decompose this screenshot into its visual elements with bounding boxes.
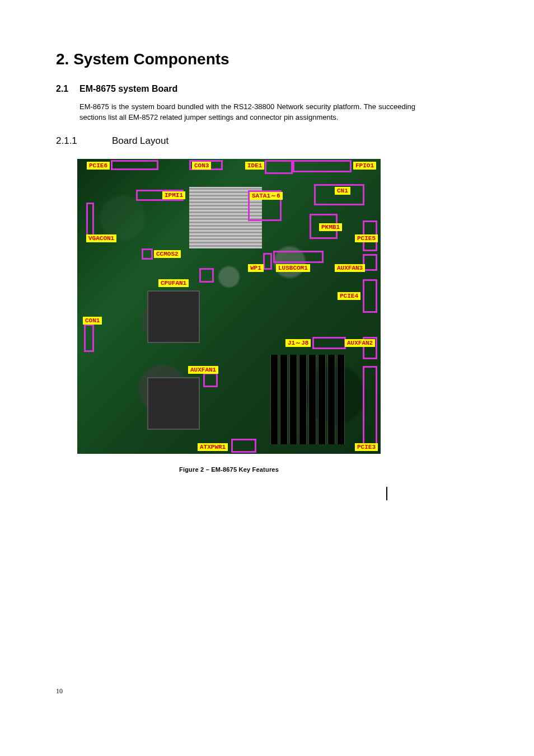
- dimm-slots-graphic: [280, 355, 288, 444]
- section-number: 2.1: [56, 84, 79, 94]
- highlight-box: [199, 268, 214, 283]
- section-title: EM-8675 system Board: [79, 84, 177, 94]
- label-ipmi1: IPMI1: [162, 191, 185, 199]
- document-page: 2. System Components 2.1 EM-8675 system …: [0, 0, 534, 473]
- highlight-box: [86, 203, 94, 236]
- dimm-slots-graphic: [308, 355, 316, 444]
- section-paragraph: EM-8675 is the system board bundled with…: [79, 102, 415, 123]
- chapter-title: System Components: [73, 50, 229, 68]
- dimm-slots-graphic: [299, 355, 307, 444]
- dimm-slots-graphic: [270, 355, 278, 444]
- page-number: 10: [56, 687, 63, 696]
- label-cn1: CN1: [335, 187, 350, 195]
- highlight-box: [231, 439, 256, 453]
- highlight-box: [111, 160, 158, 170]
- text-cursor-icon: [386, 487, 387, 500]
- section-heading: 2.1 EM-8675 system Board: [56, 84, 478, 94]
- highlight-box: [265, 160, 293, 174]
- highlight-box: [293, 160, 352, 172]
- dimm-slots-graphic: [289, 355, 297, 444]
- highlight-box: [312, 337, 346, 349]
- subsection-title: Board Layout: [112, 135, 168, 147]
- label-atxpwr1: ATXPWR1: [198, 443, 228, 451]
- label-pkmb1: PKMB1: [319, 223, 342, 231]
- label-pcie5: PCIE5: [355, 234, 378, 242]
- label-con3: CON3: [192, 162, 211, 170]
- cpu-socket-graphic: [147, 377, 200, 430]
- subsection-heading: 2.1.1 Board Layout: [56, 135, 478, 147]
- label-auxfan1: AUXFAN1: [188, 366, 218, 374]
- highlight-box: [84, 324, 94, 352]
- label-auxfan2: AUXFAN2: [345, 339, 375, 347]
- subsection-number: 2.1.1: [56, 135, 112, 147]
- figure-caption: Figure 2 – EM-8675 Key Features: [77, 466, 381, 473]
- label-pcie6: PCIE6: [87, 162, 110, 170]
- board-layout-figure: PCIE6 CON3 IDE1 FPIO1 IPMI1 SATA1～6 CN1 …: [77, 159, 381, 454]
- label-ccmos2: CCMOS2: [154, 250, 181, 258]
- label-cpufan1: CPUFAN1: [158, 279, 189, 287]
- label-pcie3: PCIE3: [355, 443, 378, 451]
- highlight-box: [263, 253, 272, 270]
- label-j1j8: J1～J8: [285, 339, 311, 347]
- highlight-box: [363, 279, 377, 313]
- label-ide1: IDE1: [245, 162, 264, 170]
- label-con1: CON1: [83, 317, 102, 325]
- label-vgacon1: VGACON1: [86, 234, 116, 242]
- label-auxfan3: AUXFAN3: [335, 264, 365, 272]
- label-wp1: WP1: [248, 264, 264, 272]
- highlight-box: [203, 373, 218, 387]
- label-pcie4: PCIE4: [338, 292, 360, 300]
- cpu-socket-graphic: [147, 290, 200, 343]
- chapter-heading: 2. System Components: [56, 50, 478, 68]
- highlight-box: [142, 248, 153, 260]
- highlight-box: [363, 366, 377, 450]
- label-lusbcom1: LUSBCOM1: [276, 264, 310, 272]
- dimm-slots-graphic: [337, 355, 345, 444]
- label-fpio1: FPIO1: [353, 162, 376, 170]
- dimm-slots-graphic: [318, 355, 326, 444]
- label-sata: SATA1～6: [250, 192, 283, 200]
- dimm-slots-graphic: [327, 355, 335, 444]
- chapter-number: 2.: [56, 50, 69, 68]
- highlight-box: [273, 251, 324, 263]
